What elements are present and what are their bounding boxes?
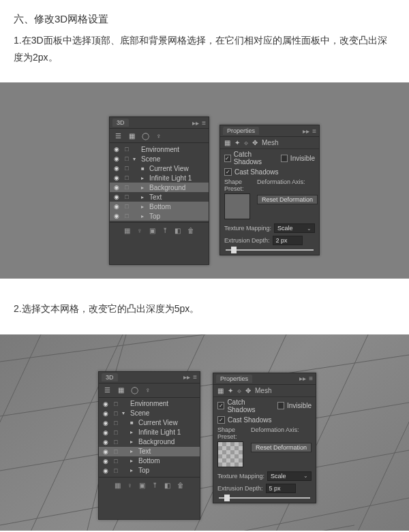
tree-row-current-view[interactable]: ◉□■Current View [110, 163, 209, 173]
chevron-down-icon: ⌄ [303, 473, 308, 479]
tree-row-bottom[interactable]: ◉□▸Bottom [99, 456, 200, 466]
filter-light-icon[interactable]: ♀ [144, 386, 152, 394]
catch-shadows-checkbox[interactable] [224, 155, 231, 162]
invisible-checkbox[interactable] [277, 402, 284, 409]
chevron-down-icon: ⌄ [307, 225, 312, 232]
extrusion-depth-label: Extrusion Depth: [224, 237, 270, 244]
tree-row-scene[interactable]: ◉□▾Scene [110, 154, 209, 163]
texture-icon[interactable]: ▦ [115, 482, 121, 489]
mesh-label: Mesh [255, 387, 271, 394]
deform-icon[interactable]: ✦ [228, 387, 233, 394]
section-heading: 六、修改3D网格设置 [14, 10, 395, 28]
svg-line-3 [0, 450, 409, 525]
filter-light-icon[interactable]: ♀ [155, 131, 163, 140]
catch-shadows-label: Catch Shadows [234, 151, 275, 166]
invisible-checkbox[interactable] [281, 155, 288, 162]
invisible-label: Invisible [287, 402, 312, 409]
step-2-text: 2.选择文本网格，改变它的凸出深度为5px。 [14, 300, 395, 317]
visibility-icon[interactable]: ◉ [112, 174, 121, 181]
collapse-icon[interactable]: ▸▸ [192, 119, 199, 127]
mesh-icon[interactable]: ▦ [224, 139, 230, 146]
cast-shadows-checkbox[interactable] [224, 168, 232, 176]
extrusion-depth-slider[interactable] [226, 248, 314, 252]
3d-panel-tab[interactable]: 3D [102, 373, 118, 381]
cast-shadows-checkbox[interactable] [217, 416, 225, 424]
mesh-label: Mesh [262, 139, 278, 146]
tree-row-scene[interactable]: ◉□▾Scene [99, 409, 200, 418]
mesh-icon[interactable]: ▦ [217, 387, 224, 394]
reset-deformation-button[interactable]: Reset Deformation [257, 195, 318, 204]
collapse-icon[interactable]: ▸▸ [299, 375, 306, 382]
texture-mapping-dropdown[interactable]: Scale⌄ [267, 471, 312, 481]
filter-all-icon[interactable]: ☰ [103, 386, 111, 394]
tree-row-text[interactable]: ◉□▸Text [110, 192, 209, 202]
cap-icon[interactable]: ⟐ [244, 139, 248, 146]
collapse-icon[interactable]: ▸▸ [303, 127, 309, 135]
shape-preset-label: Shape Preset: [217, 426, 244, 440]
light-icon[interactable]: ♀ [127, 482, 133, 489]
new-icon[interactable]: ◧ [164, 482, 170, 489]
visibility-icon[interactable]: ◉ [112, 193, 121, 200]
properties-tab[interactable]: Properties [223, 127, 259, 135]
filter-all-icon[interactable]: ☰ [114, 131, 122, 140]
coord-icon[interactable]: ✥ [245, 387, 251, 394]
tree-row-text[interactable]: ◉□▸Text [99, 447, 200, 456]
tree-row-light[interactable]: ◉□▸Infinite Light 1 [110, 173, 209, 183]
filter-mesh-icon[interactable]: ▦ [117, 386, 125, 394]
filter-material-icon[interactable]: ◯ [130, 386, 138, 394]
visibility-icon[interactable]: ◉ [112, 165, 121, 172]
panel-menu-icon[interactable]: ≡ [193, 373, 197, 381]
filter-mesh-icon[interactable]: ▦ [127, 131, 136, 140]
tree-row-background[interactable]: ◉□▸Background [99, 437, 200, 447]
extrusion-depth-slider[interactable] [219, 496, 310, 500]
coord-icon[interactable]: ✥ [252, 139, 258, 146]
panel-menu-icon[interactable]: ≡ [202, 119, 206, 127]
visibility-icon[interactable]: ◉ [112, 184, 121, 191]
extrusion-depth-field[interactable]: 2 px [273, 236, 303, 245]
3d-panel-footer: ▦ ♀ ▣ ⤒ ◧ 🗑 [99, 477, 200, 493]
tree-row-top[interactable]: ◉□▸Top [110, 211, 209, 221]
deform-icon[interactable]: ✦ [234, 139, 240, 146]
collapse-icon[interactable]: ▸▸ [183, 373, 190, 381]
visibility-icon[interactable]: ◉ [112, 213, 121, 219]
camera-icon[interactable]: ▣ [149, 227, 155, 234]
delete-icon[interactable]: 🗑 [177, 482, 184, 489]
visibility-icon[interactable]: ◉ [112, 203, 121, 210]
render-icon[interactable]: ⤒ [162, 227, 168, 234]
tree-row-current-view[interactable]: ◉□■Current View [99, 418, 200, 428]
properties-type-toolbar: ▦ ✦ ⟐ ✥ Mesh [220, 137, 319, 149]
shape-preset-swatch[interactable] [224, 193, 250, 219]
extrusion-depth-field[interactable]: 5 px [266, 484, 296, 493]
3d-panel-tab[interactable]: 3D [112, 119, 129, 127]
3d-filter-toolbar: ☰ ▦ ◯ ♀ [110, 129, 209, 143]
reset-deformation-button[interactable]: Reset Deformation [251, 443, 312, 452]
visibility-icon[interactable]: ◉ [112, 146, 121, 153]
3d-panel: 3D ▸▸ ≡ ☰ ▦ ◯ ♀ ◉□Environment ◉□▾Scene ◉… [109, 116, 209, 265]
shape-preset-swatch[interactable] [217, 441, 243, 467]
filter-material-icon[interactable]: ◯ [141, 131, 149, 140]
render-icon[interactable]: ⤒ [152, 482, 157, 489]
svg-line-13 [279, 525, 354, 531]
tree-row-top[interactable]: ◉□▸Top [99, 466, 200, 475]
visibility-icon[interactable]: ◉ [112, 155, 121, 162]
tree-row-bottom[interactable]: ◉□▸Bottom [110, 202, 209, 211]
tree-row-background[interactable]: ◉□▸Background [110, 183, 209, 192]
3d-tree: ◉□Environment ◉□▾Scene ◉□■Current View ◉… [99, 398, 200, 477]
catch-shadows-checkbox[interactable] [217, 402, 224, 409]
cap-icon[interactable]: ⟐ [237, 387, 241, 394]
tree-row-light[interactable]: ◉□▸Infinite Light 1 [99, 428, 200, 437]
delete-icon[interactable]: 🗑 [187, 227, 194, 234]
camera-icon[interactable]: ▣ [139, 482, 145, 489]
svg-line-5 [0, 334, 41, 531]
screenshot-2: 3D ▸▸≡ ☰ ▦ ◯ ♀ ◉□Environment ◉□▾Scene ◉□… [0, 334, 409, 531]
texture-mapping-dropdown[interactable]: Scale⌄ [274, 223, 315, 233]
tree-row-environment[interactable]: ◉□Environment [99, 399, 200, 409]
panel-menu-icon[interactable]: ≡ [312, 127, 316, 135]
properties-tab[interactable]: Properties [216, 375, 252, 383]
panel-menu-icon[interactable]: ≡ [309, 375, 313, 382]
3d-tree: ◉□Environment ◉□▾Scene ◉□■Current View ◉… [110, 143, 209, 222]
tree-row-environment[interactable]: ◉□Environment [110, 144, 209, 154]
light-icon[interactable]: ♀ [137, 227, 142, 234]
new-icon[interactable]: ◧ [175, 227, 181, 234]
texture-icon[interactable]: ▦ [124, 227, 130, 234]
